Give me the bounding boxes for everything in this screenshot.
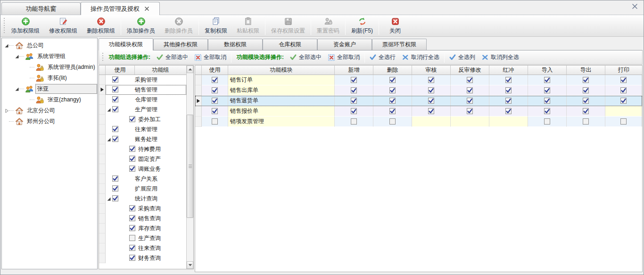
checkbox[interactable] bbox=[505, 87, 512, 93]
checkbox[interactable] bbox=[620, 98, 627, 104]
checkbox[interactable] bbox=[428, 108, 434, 114]
perm-cell[interactable] bbox=[567, 117, 605, 127]
tree-node[interactable]: 总公司 bbox=[2, 40, 97, 51]
perm-cell[interactable] bbox=[335, 75, 373, 85]
use-cell[interactable] bbox=[202, 75, 228, 85]
vertical-scrollbar[interactable] bbox=[186, 66, 193, 269]
checkbox[interactable] bbox=[112, 96, 118, 102]
module-row[interactable]: 销售退货单 bbox=[195, 96, 642, 106]
perm-cell[interactable] bbox=[373, 117, 412, 127]
expander-icon[interactable] bbox=[107, 137, 111, 142]
column-header[interactable]: 导出 bbox=[567, 66, 605, 75]
checkbox[interactable] bbox=[112, 76, 118, 83]
perm-cell[interactable] bbox=[528, 106, 567, 117]
checkbox[interactable] bbox=[505, 77, 512, 83]
checkbox[interactable] bbox=[212, 108, 218, 114]
checkbox[interactable] bbox=[428, 87, 434, 93]
group-row[interactable]: 采购管理 bbox=[99, 75, 186, 85]
perm-cell[interactable] bbox=[528, 96, 567, 106]
checkbox[interactable] bbox=[129, 156, 135, 162]
scroll-up-button[interactable] bbox=[187, 66, 193, 73]
perm-cell[interactable] bbox=[489, 96, 528, 106]
checkbox[interactable] bbox=[212, 87, 218, 93]
expander-icon[interactable] bbox=[4, 108, 9, 113]
tree-node[interactable]: 郑州分公司 bbox=[2, 116, 97, 127]
tree-node[interactable]: 系统管理组 bbox=[2, 51, 97, 62]
refresh-button[interactable]: 刷新(F5) bbox=[347, 16, 378, 36]
perm-cell[interactable] bbox=[605, 96, 642, 106]
checkbox[interactable] bbox=[467, 98, 473, 104]
checkbox[interactable] bbox=[583, 98, 589, 104]
group-row[interactable]: 固定资产 bbox=[99, 154, 186, 164]
toolbar-grip[interactable] bbox=[2, 18, 6, 34]
expander-icon[interactable] bbox=[107, 197, 111, 201]
checkbox[interactable] bbox=[467, 108, 473, 114]
perm-cell[interactable] bbox=[567, 75, 605, 85]
group-row[interactable]: 销售管理 bbox=[99, 85, 186, 95]
perm-cell[interactable] bbox=[412, 75, 451, 85]
perm-cell[interactable] bbox=[605, 117, 642, 127]
tree-node[interactable]: 张亚(zhangy) bbox=[2, 94, 97, 105]
group-row[interactable]: 财务查询 bbox=[99, 253, 186, 263]
checkbox[interactable] bbox=[212, 77, 218, 83]
tab-fund-accounts[interactable]: 资金账户 bbox=[317, 39, 372, 50]
checkbox[interactable] bbox=[129, 116, 135, 122]
checkbox[interactable] bbox=[129, 166, 135, 172]
column-header-group[interactable]: 功能组 bbox=[135, 66, 186, 75]
tab-other-operation-perms[interactable]: 其他操作权限 bbox=[153, 39, 208, 50]
scroll-down-button[interactable] bbox=[187, 261, 193, 269]
close-button[interactable]: 关闭 bbox=[380, 16, 410, 36]
tab-warehouse-perms[interactable]: 仓库权限 bbox=[263, 39, 317, 50]
expander-icon[interactable] bbox=[14, 86, 19, 92]
module-row[interactable]: 销售报价单 bbox=[195, 106, 642, 117]
perm-cell[interactable] bbox=[373, 75, 412, 85]
deselect-column-button[interactable]: 取消列全选 bbox=[479, 52, 522, 62]
tab-function-module-perms[interactable]: 功能模块权限 bbox=[99, 38, 153, 50]
perm-cell[interactable] bbox=[451, 96, 489, 106]
perm-cell[interactable] bbox=[567, 106, 605, 117]
checkbox[interactable] bbox=[428, 77, 434, 83]
checkbox[interactable] bbox=[467, 77, 473, 83]
checkbox[interactable] bbox=[620, 118, 627, 125]
column-header[interactable]: 红冲 bbox=[489, 66, 528, 75]
perm-cell[interactable] bbox=[528, 85, 567, 96]
checkbox[interactable] bbox=[389, 98, 396, 104]
checkbox[interactable] bbox=[112, 195, 118, 201]
perm-cell[interactable] bbox=[373, 85, 412, 96]
group-deselect-all-button[interactable]: 全部取消 bbox=[191, 52, 230, 62]
module-select-all-button[interactable]: 全部选中 bbox=[287, 52, 325, 62]
group-row[interactable]: 仓库管理 bbox=[99, 95, 186, 105]
column-header[interactable]: 使用 bbox=[202, 66, 228, 75]
perm-cell[interactable] bbox=[489, 85, 528, 96]
module-name-cell[interactable]: 销项发票管理 bbox=[228, 117, 335, 127]
column-header[interactable]: 导入 bbox=[528, 66, 567, 75]
perm-cell[interactable] bbox=[451, 75, 489, 85]
scrollbar-thumb[interactable] bbox=[187, 115, 193, 218]
perm-cell[interactable] bbox=[335, 96, 373, 106]
checkbox[interactable] bbox=[112, 126, 118, 132]
action-bar-grip[interactable] bbox=[101, 53, 104, 62]
module-name-cell[interactable]: 销售报价单 bbox=[228, 106, 335, 117]
group-row[interactable]: 统计查询 bbox=[99, 194, 186, 204]
expander-icon[interactable] bbox=[107, 108, 111, 112]
expander-icon[interactable] bbox=[14, 54, 19, 59]
checkbox[interactable] bbox=[112, 106, 118, 112]
close-icon[interactable] bbox=[630, 2, 639, 10]
module-deselect-all-button[interactable]: 全部取消 bbox=[325, 52, 363, 62]
module-row[interactable]: 销项发票管理 bbox=[195, 117, 642, 127]
group-row[interactable]: 扩展应用 bbox=[99, 184, 186, 194]
checkbox[interactable] bbox=[389, 87, 396, 93]
perm-cell[interactable] bbox=[489, 75, 528, 85]
checkbox[interactable] bbox=[129, 205, 135, 211]
group-row[interactable]: 委外加工 bbox=[99, 115, 186, 125]
module-name-cell[interactable]: 销售订单 bbox=[228, 75, 335, 85]
checkbox[interactable] bbox=[620, 87, 627, 93]
checkbox[interactable] bbox=[583, 87, 589, 93]
checkbox[interactable] bbox=[505, 98, 512, 104]
checkbox[interactable] bbox=[129, 255, 135, 261]
module-name-cell[interactable]: 销售退货单 bbox=[228, 96, 335, 106]
checkbox[interactable] bbox=[544, 118, 550, 125]
perm-cell[interactable] bbox=[528, 117, 567, 127]
perm-cell[interactable] bbox=[335, 106, 373, 117]
column-header[interactable]: 功能模块 bbox=[228, 66, 335, 75]
